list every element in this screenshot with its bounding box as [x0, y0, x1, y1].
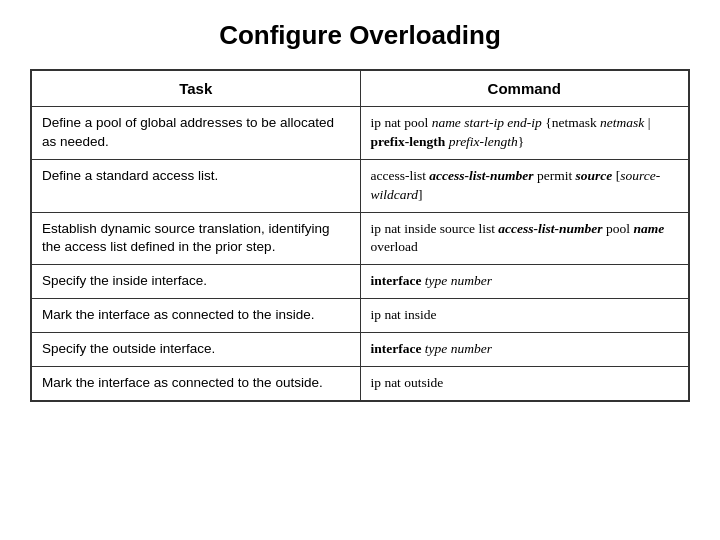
task-cell: Specify the inside interface. [31, 265, 360, 299]
table-row: Specify the outside interface.interface … [31, 333, 689, 367]
task-cell: Specify the outside interface. [31, 333, 360, 367]
page-title: Configure Overloading [219, 20, 501, 51]
table-row: Define a standard access list.access-lis… [31, 159, 689, 212]
table-row: Mark the interface as connected to the o… [31, 367, 689, 401]
command-cell: ip nat inside [360, 299, 689, 333]
command-cell: access-list access-list-number permit so… [360, 159, 689, 212]
table-row: Mark the interface as connected to the i… [31, 299, 689, 333]
table-row: Establish dynamic source translation, id… [31, 212, 689, 265]
task-cell: Define a pool of global addresses to be … [31, 107, 360, 160]
command-cell: ip nat pool name start-ip end-ip {netmas… [360, 107, 689, 160]
command-cell: ip nat inside source list access-list-nu… [360, 212, 689, 265]
task-cell: Mark the interface as connected to the o… [31, 367, 360, 401]
command-cell: ip nat outside [360, 367, 689, 401]
task-cell: Define a standard access list. [31, 159, 360, 212]
command-cell: interface type number [360, 333, 689, 367]
task-cell: Establish dynamic source translation, id… [31, 212, 360, 265]
table-row: Define a pool of global addresses to be … [31, 107, 689, 160]
configure-overloading-table: Task Command Define a pool of global add… [30, 69, 690, 402]
table-row: Specify the inside interface.interface t… [31, 265, 689, 299]
command-header: Command [360, 70, 689, 107]
command-cell: interface type number [360, 265, 689, 299]
task-header: Task [31, 70, 360, 107]
task-cell: Mark the interface as connected to the i… [31, 299, 360, 333]
